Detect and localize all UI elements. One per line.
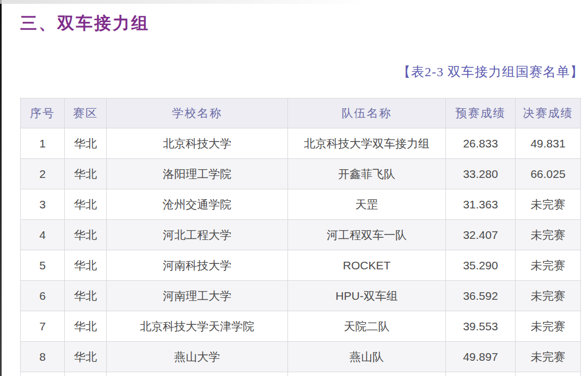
column-header-team: 队伍名称 xyxy=(288,98,446,128)
cell-team: 开鑫菲飞队 xyxy=(288,159,446,189)
cell-prelim-score: 32.407 xyxy=(446,220,516,250)
table-row-partial xyxy=(21,372,581,376)
cell-region: 华北 xyxy=(65,128,107,159)
cell-region: 华北 xyxy=(65,189,107,220)
cell-team: HPU-双车组 xyxy=(288,281,446,311)
table-row: 3 华北 沧州交通学院 天罡 31.363 未完赛 xyxy=(21,189,581,220)
cell-team: ROCKET xyxy=(288,250,446,281)
screen-left-edge xyxy=(0,0,2,376)
cell-prelim-score: 33.280 xyxy=(446,159,516,189)
cell-region xyxy=(65,372,107,376)
cell-team: 北京科技大学双车接力组 xyxy=(288,128,446,159)
cell-final-score: 未完赛 xyxy=(516,189,581,220)
cell-final-score: 未完赛 xyxy=(516,342,581,372)
cell-school: 洛阳理工学院 xyxy=(107,159,288,189)
results-table: 序号 赛区 学校名称 队伍名称 预赛成绩 决赛成绩 1 华北 北京科技大学 北京… xyxy=(20,98,581,376)
table-row: 1 华北 北京科技大学 北京科技大学双车接力组 26.833 49.831 xyxy=(21,128,581,159)
cell-rank: 8 xyxy=(21,342,65,372)
cell-rank: 7 xyxy=(21,311,65,342)
cell-school xyxy=(107,372,288,376)
cell-school: 沧州交通学院 xyxy=(107,189,288,220)
cell-prelim-score: 49.897 xyxy=(446,342,516,372)
cell-team: 天院二队 xyxy=(288,311,446,342)
cell-region: 华北 xyxy=(65,342,107,372)
table-row: 5 华北 河南科技大学 ROCKET 35.290 未完赛 xyxy=(21,250,581,281)
cell-school: 河北工程大学 xyxy=(107,220,288,250)
cell-school: 河南科技大学 xyxy=(107,250,288,281)
cell-final-score: 未完赛 xyxy=(516,220,581,250)
cell-rank xyxy=(21,372,65,376)
cell-team: 河工程双车一队 xyxy=(288,220,446,250)
page-title: 三、双车接力组 xyxy=(20,12,150,35)
column-header-final-score: 决赛成绩 xyxy=(516,98,581,128)
table-header-row: 序号 赛区 学校名称 队伍名称 预赛成绩 决赛成绩 xyxy=(21,98,581,128)
cell-rank: 1 xyxy=(21,128,65,159)
cell-prelim-score: 39.553 xyxy=(446,311,516,342)
column-header-school: 学校名称 xyxy=(107,98,288,128)
cell-rank: 3 xyxy=(21,189,65,220)
cell-final-score: 未完赛 xyxy=(516,311,581,342)
cell-rank: 4 xyxy=(21,220,65,250)
table-row: 8 华北 燕山大学 燕山队 49.897 未完赛 xyxy=(21,342,581,372)
cell-team: 燕山队 xyxy=(288,342,446,372)
cell-final-score: 未完赛 xyxy=(516,281,581,311)
cell-team xyxy=(288,372,446,376)
cell-school: 北京科技大学天津学院 xyxy=(107,311,288,342)
cell-prelim-score xyxy=(446,372,516,376)
page-top-shade xyxy=(0,0,370,4)
cell-prelim-score: 35.290 xyxy=(446,250,516,281)
cell-team: 天罡 xyxy=(288,189,446,220)
cell-region: 华北 xyxy=(65,220,107,250)
cell-final-score: 49.831 xyxy=(516,128,581,159)
column-header-rank: 序号 xyxy=(21,98,65,128)
cell-prelim-score: 31.363 xyxy=(446,189,516,220)
cell-region: 华北 xyxy=(65,250,107,281)
cell-school: 北京科技大学 xyxy=(107,128,288,159)
column-header-prelim-score: 预赛成绩 xyxy=(446,98,516,128)
cell-region: 华北 xyxy=(65,159,107,189)
column-header-region: 赛区 xyxy=(65,98,107,128)
cell-prelim-score: 36.592 xyxy=(446,281,516,311)
table-row: 2 华北 洛阳理工学院 开鑫菲飞队 33.280 66.025 xyxy=(21,159,581,189)
table-row: 7 华北 北京科技大学天津学院 天院二队 39.553 未完赛 xyxy=(21,311,581,342)
cell-school: 河南理工大学 xyxy=(107,281,288,311)
cell-rank: 6 xyxy=(21,281,65,311)
cell-final-score xyxy=(516,372,581,376)
cell-region: 华北 xyxy=(65,281,107,311)
table-row: 6 华北 河南理工大学 HPU-双车组 36.592 未完赛 xyxy=(21,281,581,311)
cell-rank: 5 xyxy=(21,250,65,281)
cell-final-score: 66.025 xyxy=(516,159,581,189)
cell-region: 华北 xyxy=(65,311,107,342)
table-row: 4 华北 河北工程大学 河工程双车一队 32.407 未完赛 xyxy=(21,220,581,250)
cell-prelim-score: 26.833 xyxy=(446,128,516,159)
cell-rank: 2 xyxy=(21,159,65,189)
cell-school: 燕山大学 xyxy=(107,342,288,372)
cell-final-score: 未完赛 xyxy=(516,250,581,281)
table-caption: 【表2-3 双车接力组国赛名单】 xyxy=(397,63,584,81)
